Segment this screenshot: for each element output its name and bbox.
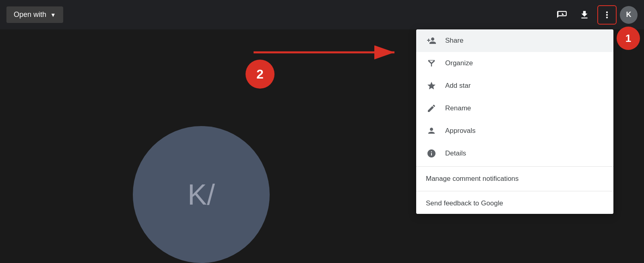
open-with-label: Open with [14, 10, 46, 19]
menu-item-manage-notifications[interactable]: Manage comment notifications [416, 168, 613, 189]
add-comment-button[interactable] [552, 5, 572, 25]
avatar-label: K [626, 10, 632, 19]
menu-item-organize[interactable]: Organize [416, 52, 613, 75]
menu-organize-label: Organize [445, 59, 473, 67]
menu-divider-2 [416, 191, 613, 191]
pencil-icon [426, 103, 437, 114]
star-icon [426, 80, 437, 91]
more-options-button[interactable] [597, 5, 617, 25]
menu-item-approvals[interactable]: Approvals [416, 120, 613, 142]
menu-item-rename[interactable]: Rename [416, 97, 613, 120]
preview-circle: K/ [133, 126, 270, 263]
more-options-icon [602, 10, 612, 20]
annotation-2: 2 [246, 60, 275, 89]
chevron-down-icon: ▼ [50, 12, 56, 18]
menu-rename-label: Rename [445, 104, 471, 112]
topbar: Open with ▼ K [0, 0, 644, 29]
topbar-right: K [552, 5, 638, 25]
approvals-icon [426, 125, 437, 137]
avatar-button[interactable]: K [620, 6, 638, 24]
annotation-1: 1 [617, 27, 640, 50]
preview-logo: K/ [188, 180, 215, 209]
menu-item-share[interactable]: Share [416, 29, 613, 52]
menu-add-star-label: Add star [445, 82, 471, 90]
menu-divider-1 [416, 166, 613, 167]
dropdown-menu: Share Organize Add star Rename [416, 29, 613, 214]
menu-approvals-label: Approvals [445, 127, 476, 135]
menu-details-label: Details [445, 149, 466, 157]
menu-item-send-feedback[interactable]: Send feedback to Google [416, 193, 613, 214]
add-comment-icon [557, 10, 567, 20]
menu-item-add-star[interactable]: Add star [416, 75, 613, 97]
info-icon [426, 148, 437, 159]
svg-rect-2 [430, 133, 433, 134]
organize-icon [426, 58, 437, 69]
menu-share-label: Share [445, 37, 463, 45]
menu-item-details[interactable]: Details [416, 142, 613, 165]
menu-send-feedback-label: Send feedback to Google [426, 199, 503, 207]
open-with-button[interactable]: Open with ▼ [6, 6, 63, 23]
menu-manage-notifications-label: Manage comment notifications [426, 175, 519, 183]
download-button[interactable] [575, 5, 594, 25]
topbar-left: Open with ▼ [6, 6, 63, 23]
download-icon [579, 10, 590, 20]
share-person-icon [426, 35, 437, 46]
